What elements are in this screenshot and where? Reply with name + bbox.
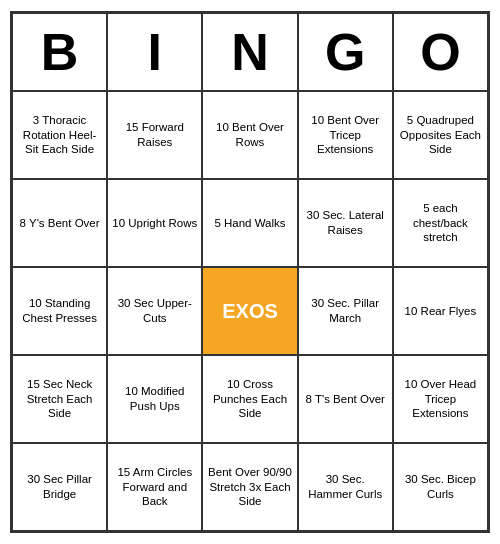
bingo-cell-text-18: 8 T's Bent Over <box>306 392 385 407</box>
bingo-cell-text-8: 30 Sec. Lateral Raises <box>303 208 388 238</box>
bingo-cell-text-3: 10 Bent Over Tricep Extensions <box>303 113 388 158</box>
bingo-cell-text-11: 30 Sec Upper-Cuts <box>112 296 197 326</box>
bingo-cell-4[interactable]: 5 Quadruped Opposites Each Side <box>393 91 488 179</box>
bingo-cell-18[interactable]: 8 T's Bent Over <box>298 355 393 443</box>
bingo-cell-text-16: 10 Modified Push Ups <box>112 384 197 414</box>
bingo-cell-2[interactable]: 10 Bent Over Rows <box>202 91 297 179</box>
bingo-cell-13[interactable]: 30 Sec. Pillar March <box>298 267 393 355</box>
bingo-cell-text-14: 10 Rear Flyes <box>405 304 477 319</box>
bingo-cell-text-12: EXOS <box>222 298 278 324</box>
bingo-cell-21[interactable]: 15 Arm Circles Forward and Back <box>107 443 202 531</box>
bingo-cell-7[interactable]: 5 Hand Walks <box>202 179 297 267</box>
bingo-cell-23[interactable]: 30 Sec. Hammer Curls <box>298 443 393 531</box>
bingo-cell-12[interactable]: EXOS <box>202 267 297 355</box>
bingo-cell-text-24: 30 Sec. Bicep Curls <box>398 472 483 502</box>
header-letter-i: I <box>107 13 202 91</box>
bingo-card: BINGO 3 Thoracic Rotation Heel-Sit Each … <box>10 11 490 533</box>
bingo-grid: 3 Thoracic Rotation Heel-Sit Each Side15… <box>12 91 488 531</box>
bingo-cell-text-22: Bent Over 90/90 Stretch 3x Each Side <box>207 465 292 510</box>
bingo-cell-15[interactable]: 15 Sec Neck Stretch Each Side <box>12 355 107 443</box>
bingo-cell-19[interactable]: 10 Over Head Tricep Extensions <box>393 355 488 443</box>
header-letter-n: N <box>202 13 297 91</box>
bingo-cell-24[interactable]: 30 Sec. Bicep Curls <box>393 443 488 531</box>
bingo-cell-text-21: 15 Arm Circles Forward and Back <box>112 465 197 510</box>
bingo-cell-text-17: 10 Cross Punches Each Side <box>207 377 292 422</box>
bingo-cell-11[interactable]: 30 Sec Upper-Cuts <box>107 267 202 355</box>
bingo-cell-0[interactable]: 3 Thoracic Rotation Heel-Sit Each Side <box>12 91 107 179</box>
bingo-cell-8[interactable]: 30 Sec. Lateral Raises <box>298 179 393 267</box>
bingo-cell-6[interactable]: 10 Upright Rows <box>107 179 202 267</box>
bingo-cell-9[interactable]: 5 each chest/back stretch <box>393 179 488 267</box>
bingo-cell-3[interactable]: 10 Bent Over Tricep Extensions <box>298 91 393 179</box>
bingo-cell-text-0: 3 Thoracic Rotation Heel-Sit Each Side <box>17 113 102 158</box>
bingo-cell-text-19: 10 Over Head Tricep Extensions <box>398 377 483 422</box>
bingo-cell-text-2: 10 Bent Over Rows <box>207 120 292 150</box>
bingo-cell-text-4: 5 Quadruped Opposites Each Side <box>398 113 483 158</box>
bingo-cell-text-6: 10 Upright Rows <box>112 216 197 231</box>
bingo-cell-16[interactable]: 10 Modified Push Ups <box>107 355 202 443</box>
bingo-cell-text-13: 30 Sec. Pillar March <box>303 296 388 326</box>
header-letter-o: O <box>393 13 488 91</box>
bingo-cell-text-9: 5 each chest/back stretch <box>398 201 483 246</box>
bingo-cell-text-23: 30 Sec. Hammer Curls <box>303 472 388 502</box>
bingo-cell-14[interactable]: 10 Rear Flyes <box>393 267 488 355</box>
header-letter-b: B <box>12 13 107 91</box>
bingo-cell-text-1: 15 Forward Raises <box>112 120 197 150</box>
bingo-cell-1[interactable]: 15 Forward Raises <box>107 91 202 179</box>
bingo-cell-10[interactable]: 10 Standing Chest Presses <box>12 267 107 355</box>
header-letter-g: G <box>298 13 393 91</box>
bingo-cell-5[interactable]: 8 Y's Bent Over <box>12 179 107 267</box>
bingo-cell-text-5: 8 Y's Bent Over <box>20 216 100 231</box>
bingo-cell-17[interactable]: 10 Cross Punches Each Side <box>202 355 297 443</box>
bingo-cell-20[interactable]: 30 Sec Pillar Bridge <box>12 443 107 531</box>
bingo-header: BINGO <box>12 13 488 91</box>
bingo-cell-22[interactable]: Bent Over 90/90 Stretch 3x Each Side <box>202 443 297 531</box>
bingo-cell-text-7: 5 Hand Walks <box>214 216 285 231</box>
bingo-cell-text-10: 10 Standing Chest Presses <box>17 296 102 326</box>
bingo-cell-text-20: 30 Sec Pillar Bridge <box>17 472 102 502</box>
bingo-cell-text-15: 15 Sec Neck Stretch Each Side <box>17 377 102 422</box>
